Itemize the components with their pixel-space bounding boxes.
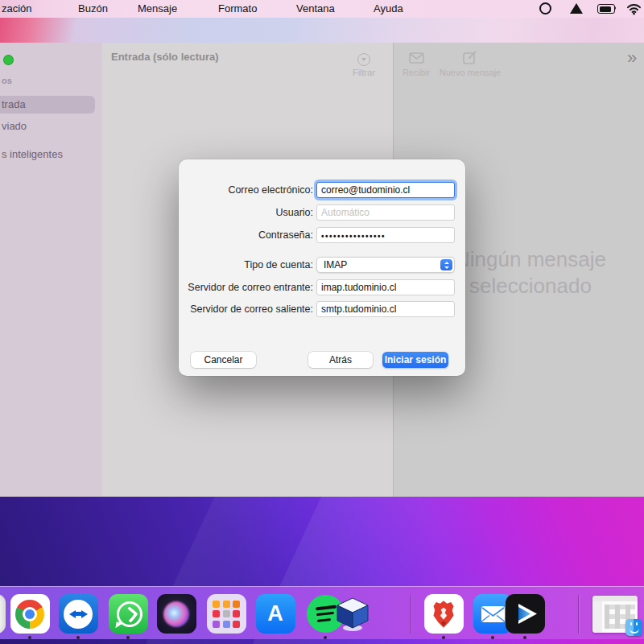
email-label: Correo electrónico: xyxy=(179,182,313,198)
account-type-select[interactable]: IMAP xyxy=(316,257,455,273)
menu-ventana[interactable]: Ventana xyxy=(296,0,335,18)
select-stepper-icon xyxy=(440,259,452,270)
teamviewer-icon[interactable] xyxy=(59,594,98,634)
running-dot-spotify xyxy=(324,636,327,639)
empty-state-message: Ningún mensaje seleccionado xyxy=(446,246,615,299)
running-dot-chrome xyxy=(28,636,31,639)
filter-icon xyxy=(357,53,370,66)
back-button[interactable]: Atrás xyxy=(308,352,373,368)
outgoing-server-field[interactable] xyxy=(316,301,455,317)
email-field[interactable] xyxy=(316,182,455,198)
sidebar-section-favoritos: os xyxy=(2,76,12,85)
siri-icon[interactable] xyxy=(157,594,196,634)
dock-app-finder-partial[interactable] xyxy=(0,594,6,634)
menu-ayuda[interactable]: Ayuda xyxy=(374,0,403,18)
launchpad-icon[interactable] xyxy=(207,594,246,634)
media-player-icon[interactable] xyxy=(506,594,545,634)
brave-lion xyxy=(427,598,460,630)
password-label: Contraseña: xyxy=(179,227,313,243)
menu-visualizacion[interactable]: zación xyxy=(2,0,32,18)
password-field[interactable] xyxy=(316,227,455,243)
virtualbox-icon[interactable] xyxy=(333,594,373,634)
app-store-icon[interactable]: A xyxy=(256,594,295,634)
toolbar-overflow-chevrons[interactable]: » xyxy=(627,50,637,66)
finder-badge-icon xyxy=(625,619,642,636)
outgoing-server-label: Servidor de correo saliente: xyxy=(179,301,313,317)
sidebar-item-enviado[interactable]: viado xyxy=(0,118,95,135)
sidebar-item-entrada[interactable]: trada xyxy=(0,96,95,114)
envelope-icon xyxy=(409,52,424,64)
desktop-wallpaper-top xyxy=(0,18,644,43)
compose-icon xyxy=(463,51,477,64)
sidebar-section-buzones-inteligentes[interactable]: s inteligentes xyxy=(0,146,95,163)
cancel-button[interactable]: Cancelar xyxy=(191,352,256,368)
dock: A xyxy=(0,586,644,639)
menu-mensaje[interactable]: Mensaje xyxy=(138,0,177,18)
traffic-light-green[interactable] xyxy=(3,55,14,65)
username-field[interactable] xyxy=(316,204,455,221)
menu-buzon[interactable]: Buzón xyxy=(78,0,108,18)
dock-divider xyxy=(411,595,411,634)
chrome-icon[interactable] xyxy=(10,594,50,634)
incoming-server-label: Servidor de correo entrante: xyxy=(179,279,313,295)
minimized-finder-window[interactable] xyxy=(592,596,638,633)
ring-icon[interactable] xyxy=(539,0,552,18)
teamviewer-arrows xyxy=(64,600,93,629)
mailbox-sidebar: os trada viado s inteligentes xyxy=(0,43,102,497)
siri-orb xyxy=(163,601,189,627)
play-glyph xyxy=(506,594,545,634)
window-title: Entrada (sólo lectura) xyxy=(111,49,219,65)
battery-icon[interactable] xyxy=(597,0,618,18)
running-dot-brave xyxy=(442,636,445,639)
running-dot-mail xyxy=(491,636,494,639)
login-button[interactable]: Iniciar sesión xyxy=(382,352,448,368)
account-setup-dialog: Correo electrónico: Usuario: Contraseña:… xyxy=(179,159,465,376)
chrome-logo xyxy=(15,600,44,629)
incoming-server-field[interactable] xyxy=(316,279,455,295)
whatsapp-icon[interactable] xyxy=(109,594,148,634)
triangle-icon[interactable] xyxy=(570,0,584,18)
brave-icon[interactable] xyxy=(424,594,464,634)
account-type-value: IMAP xyxy=(324,258,347,273)
wifi-icon[interactable] xyxy=(626,0,642,18)
menu-formato[interactable]: Formato xyxy=(218,0,257,18)
dock-divider xyxy=(578,595,579,634)
running-dot-teamviewer xyxy=(76,636,80,639)
username-label: Usuario: xyxy=(179,204,313,221)
virtualbox-cube xyxy=(333,594,373,634)
app-store-glyph: A xyxy=(267,601,283,626)
account-type-label: Tipo de cuenta: xyxy=(179,257,313,273)
running-dot-player xyxy=(523,636,526,639)
menu-bar: zación Buzón Mensaje Formato Ventana Ayu… xyxy=(0,0,644,18)
running-dot-whatsapp xyxy=(126,636,130,639)
